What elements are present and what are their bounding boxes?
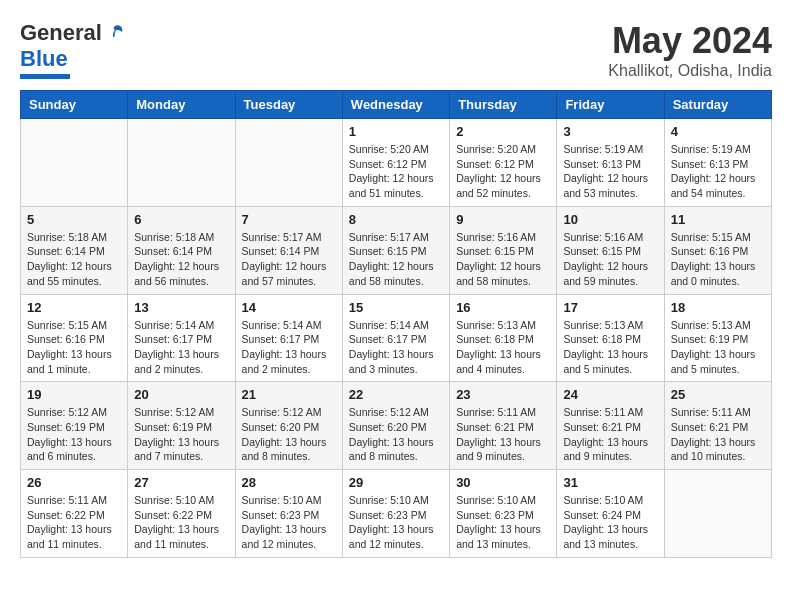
day-info: Sunrise: 5:19 AMSunset: 6:13 PMDaylight:… xyxy=(671,143,756,199)
calendar-cell xyxy=(235,119,342,207)
day-info: Sunrise: 5:11 AMSunset: 6:21 PMDaylight:… xyxy=(563,406,648,462)
day-number: 18 xyxy=(671,300,765,315)
calendar-cell: 11 Sunrise: 5:15 AMSunset: 6:16 PMDaylig… xyxy=(664,206,771,294)
day-info: Sunrise: 5:13 AMSunset: 6:19 PMDaylight:… xyxy=(671,319,756,375)
calendar-cell: 27 Sunrise: 5:10 AMSunset: 6:22 PMDaylig… xyxy=(128,470,235,558)
calendar-cell: 23 Sunrise: 5:11 AMSunset: 6:21 PMDaylig… xyxy=(450,382,557,470)
weekday-header-thursday: Thursday xyxy=(450,91,557,119)
calendar-cell: 26 Sunrise: 5:11 AMSunset: 6:22 PMDaylig… xyxy=(21,470,128,558)
calendar-cell xyxy=(664,470,771,558)
day-number: 11 xyxy=(671,212,765,227)
day-info: Sunrise: 5:12 AMSunset: 6:20 PMDaylight:… xyxy=(242,406,327,462)
day-number: 12 xyxy=(27,300,121,315)
calendar-cell: 9 Sunrise: 5:16 AMSunset: 6:15 PMDayligh… xyxy=(450,206,557,294)
day-number: 15 xyxy=(349,300,443,315)
calendar-cell: 12 Sunrise: 5:15 AMSunset: 6:16 PMDaylig… xyxy=(21,294,128,382)
weekday-header-row: SundayMondayTuesdayWednesdayThursdayFrid… xyxy=(21,91,772,119)
calendar-cell: 17 Sunrise: 5:13 AMSunset: 6:18 PMDaylig… xyxy=(557,294,664,382)
page-header: General Blue May 2024 Khallikot, Odisha,… xyxy=(20,20,772,80)
logo-general-text: General xyxy=(20,20,102,46)
day-number: 9 xyxy=(456,212,550,227)
day-number: 28 xyxy=(242,475,336,490)
day-info: Sunrise: 5:15 AMSunset: 6:16 PMDaylight:… xyxy=(671,231,756,287)
day-number: 25 xyxy=(671,387,765,402)
day-info: Sunrise: 5:20 AMSunset: 6:12 PMDaylight:… xyxy=(349,143,434,199)
calendar-week-row: 5 Sunrise: 5:18 AMSunset: 6:14 PMDayligh… xyxy=(21,206,772,294)
calendar-cell xyxy=(128,119,235,207)
calendar-cell: 10 Sunrise: 5:16 AMSunset: 6:15 PMDaylig… xyxy=(557,206,664,294)
calendar-cell: 24 Sunrise: 5:11 AMSunset: 6:21 PMDaylig… xyxy=(557,382,664,470)
calendar-cell: 8 Sunrise: 5:17 AMSunset: 6:15 PMDayligh… xyxy=(342,206,449,294)
day-info: Sunrise: 5:10 AMSunset: 6:22 PMDaylight:… xyxy=(134,494,219,550)
weekday-header-tuesday: Tuesday xyxy=(235,91,342,119)
day-info: Sunrise: 5:11 AMSunset: 6:21 PMDaylight:… xyxy=(456,406,541,462)
weekday-header-monday: Monday xyxy=(128,91,235,119)
weekday-header-wednesday: Wednesday xyxy=(342,91,449,119)
day-info: Sunrise: 5:20 AMSunset: 6:12 PMDaylight:… xyxy=(456,143,541,199)
day-number: 29 xyxy=(349,475,443,490)
day-number: 3 xyxy=(563,124,657,139)
day-number: 19 xyxy=(27,387,121,402)
day-info: Sunrise: 5:14 AMSunset: 6:17 PMDaylight:… xyxy=(349,319,434,375)
logo-underline xyxy=(20,74,70,79)
day-number: 16 xyxy=(456,300,550,315)
day-number: 24 xyxy=(563,387,657,402)
calendar-cell: 28 Sunrise: 5:10 AMSunset: 6:23 PMDaylig… xyxy=(235,470,342,558)
calendar-week-row: 12 Sunrise: 5:15 AMSunset: 6:16 PMDaylig… xyxy=(21,294,772,382)
day-info: Sunrise: 5:12 AMSunset: 6:20 PMDaylight:… xyxy=(349,406,434,462)
day-info: Sunrise: 5:18 AMSunset: 6:14 PMDaylight:… xyxy=(134,231,219,287)
calendar-cell: 21 Sunrise: 5:12 AMSunset: 6:20 PMDaylig… xyxy=(235,382,342,470)
day-number: 14 xyxy=(242,300,336,315)
title-area: May 2024 Khallikot, Odisha, India xyxy=(608,20,772,80)
day-number: 10 xyxy=(563,212,657,227)
day-info: Sunrise: 5:18 AMSunset: 6:14 PMDaylight:… xyxy=(27,231,112,287)
calendar-week-row: 19 Sunrise: 5:12 AMSunset: 6:19 PMDaylig… xyxy=(21,382,772,470)
calendar-cell: 20 Sunrise: 5:12 AMSunset: 6:19 PMDaylig… xyxy=(128,382,235,470)
calendar-table: SundayMondayTuesdayWednesdayThursdayFrid… xyxy=(20,90,772,558)
day-info: Sunrise: 5:13 AMSunset: 6:18 PMDaylight:… xyxy=(456,319,541,375)
calendar-cell: 18 Sunrise: 5:13 AMSunset: 6:19 PMDaylig… xyxy=(664,294,771,382)
calendar-cell: 3 Sunrise: 5:19 AMSunset: 6:13 PMDayligh… xyxy=(557,119,664,207)
day-info: Sunrise: 5:12 AMSunset: 6:19 PMDaylight:… xyxy=(134,406,219,462)
day-number: 6 xyxy=(134,212,228,227)
day-info: Sunrise: 5:10 AMSunset: 6:24 PMDaylight:… xyxy=(563,494,648,550)
day-info: Sunrise: 5:15 AMSunset: 6:16 PMDaylight:… xyxy=(27,319,112,375)
day-number: 31 xyxy=(563,475,657,490)
day-number: 13 xyxy=(134,300,228,315)
day-number: 30 xyxy=(456,475,550,490)
weekday-header-friday: Friday xyxy=(557,91,664,119)
day-info: Sunrise: 5:17 AMSunset: 6:14 PMDaylight:… xyxy=(242,231,327,287)
calendar-cell: 1 Sunrise: 5:20 AMSunset: 6:12 PMDayligh… xyxy=(342,119,449,207)
day-number: 8 xyxy=(349,212,443,227)
weekday-header-sunday: Sunday xyxy=(21,91,128,119)
calendar-cell: 19 Sunrise: 5:12 AMSunset: 6:19 PMDaylig… xyxy=(21,382,128,470)
calendar-week-row: 26 Sunrise: 5:11 AMSunset: 6:22 PMDaylig… xyxy=(21,470,772,558)
calendar-cell: 5 Sunrise: 5:18 AMSunset: 6:14 PMDayligh… xyxy=(21,206,128,294)
day-number: 5 xyxy=(27,212,121,227)
location-title: Khallikot, Odisha, India xyxy=(608,62,772,80)
day-info: Sunrise: 5:11 AMSunset: 6:21 PMDaylight:… xyxy=(671,406,756,462)
calendar-cell: 30 Sunrise: 5:10 AMSunset: 6:23 PMDaylig… xyxy=(450,470,557,558)
calendar-cell: 15 Sunrise: 5:14 AMSunset: 6:17 PMDaylig… xyxy=(342,294,449,382)
day-number: 20 xyxy=(134,387,228,402)
logo-blue-text: Blue xyxy=(20,46,68,72)
month-title: May 2024 xyxy=(608,20,772,62)
day-info: Sunrise: 5:17 AMSunset: 6:15 PMDaylight:… xyxy=(349,231,434,287)
calendar-cell: 16 Sunrise: 5:13 AMSunset: 6:18 PMDaylig… xyxy=(450,294,557,382)
calendar-cell: 4 Sunrise: 5:19 AMSunset: 6:13 PMDayligh… xyxy=(664,119,771,207)
day-number: 26 xyxy=(27,475,121,490)
day-info: Sunrise: 5:16 AMSunset: 6:15 PMDaylight:… xyxy=(563,231,648,287)
day-info: Sunrise: 5:14 AMSunset: 6:17 PMDaylight:… xyxy=(242,319,327,375)
logo: General Blue xyxy=(20,20,126,79)
calendar-cell: 25 Sunrise: 5:11 AMSunset: 6:21 PMDaylig… xyxy=(664,382,771,470)
day-info: Sunrise: 5:12 AMSunset: 6:19 PMDaylight:… xyxy=(27,406,112,462)
day-info: Sunrise: 5:13 AMSunset: 6:18 PMDaylight:… xyxy=(563,319,648,375)
day-info: Sunrise: 5:10 AMSunset: 6:23 PMDaylight:… xyxy=(242,494,327,550)
calendar-cell xyxy=(21,119,128,207)
day-info: Sunrise: 5:14 AMSunset: 6:17 PMDaylight:… xyxy=(134,319,219,375)
day-info: Sunrise: 5:16 AMSunset: 6:15 PMDaylight:… xyxy=(456,231,541,287)
day-info: Sunrise: 5:10 AMSunset: 6:23 PMDaylight:… xyxy=(456,494,541,550)
calendar-cell: 7 Sunrise: 5:17 AMSunset: 6:14 PMDayligh… xyxy=(235,206,342,294)
day-number: 4 xyxy=(671,124,765,139)
calendar-cell: 14 Sunrise: 5:14 AMSunset: 6:17 PMDaylig… xyxy=(235,294,342,382)
